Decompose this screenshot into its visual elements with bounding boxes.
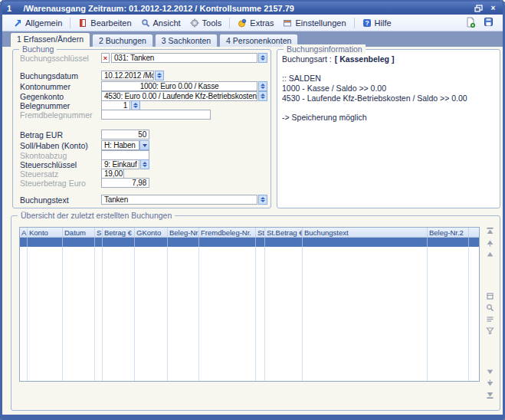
- column-header[interactable]: Datum: [63, 228, 95, 237]
- menu-separator: [70, 18, 71, 28]
- column-header-filler: [469, 228, 479, 237]
- column-header[interactable]: S: [95, 228, 103, 237]
- page-up-icon[interactable]: [486, 238, 494, 247]
- svg-text:?: ?: [365, 19, 369, 27]
- menu-label: Tools: [202, 18, 222, 28]
- menu-extras[interactable]: Extras: [233, 17, 278, 29]
- column-header[interactable]: St.Betrag €: [265, 228, 303, 237]
- field-label: Fremdbelegnummer: [20, 110, 101, 120]
- app-window: 1 /Warenausgang Zeitraum: 01.2012-12.201…: [0, 0, 505, 420]
- row-up-icon[interactable]: [486, 250, 494, 258]
- salden-header: :: SALDEN: [282, 74, 496, 84]
- buchungsinformation-text: Buchungsart : [ Kassenbeleg ] :: SALDEN …: [282, 54, 496, 204]
- title-bar: 1 /Warenausgang Zeitraum: 01.2012-12.201…: [2, 2, 503, 15]
- kontonummer-combobox[interactable]: 1000: Euro 0.00 / Kasse: [101, 81, 257, 91]
- column-header[interactable]: A: [20, 228, 28, 237]
- view-icon: [141, 18, 150, 28]
- uebersicht-groupbox: Übersicht der zuletzt erstellten Buchung…: [11, 215, 500, 411]
- spinner-icon[interactable]: [258, 91, 267, 101]
- field-label: Buchungsschlüssel: [20, 54, 101, 63]
- column-header[interactable]: Beleg-Nr.: [168, 228, 199, 237]
- column-header[interactable]: Buchungstext: [303, 228, 428, 237]
- column-header[interactable]: GKonto: [135, 228, 168, 237]
- tools-icon: [190, 18, 199, 28]
- field-label: Belegnummer: [20, 101, 101, 110]
- grid-body[interactable]: [20, 247, 479, 381]
- status-text: -> Speicherung möglich: [282, 113, 496, 123]
- field-label: Buchungsdatum: [20, 71, 101, 80]
- menu-ansicht[interactable]: Ansicht: [136, 17, 185, 29]
- spinner-icon[interactable]: [258, 81, 267, 91]
- tab-sachkonten[interactable]: 3 Sachkonten: [155, 34, 218, 47]
- soll-haben-combobox[interactable]: H: Haben: [101, 140, 139, 150]
- field-label: Steuerbetrag Euro: [20, 179, 101, 188]
- buchungsart-label: Buchungsart :: [282, 54, 332, 64]
- index-icon[interactable]: [486, 315, 494, 323]
- column-header[interactable]: Konto: [28, 228, 63, 237]
- clear-field-icon[interactable]: ×: [101, 53, 110, 63]
- nav-arrow-icon: [13, 18, 22, 28]
- buchung-groupbox: Buchung Buchungsschlüssel × 031: Tanken …: [12, 49, 271, 208]
- selected-row[interactable]: [20, 238, 479, 247]
- filter-icon[interactable]: [486, 326, 494, 335]
- menu-label: Bearbeiten: [90, 18, 131, 28]
- buchungsschluessel-combobox[interactable]: 031: Tanken: [111, 53, 257, 63]
- groupbox-legend: Übersicht der zuletzt erstellten Buchung…: [18, 211, 175, 220]
- menu-allgemein[interactable]: Allgemein: [8, 17, 67, 29]
- spinner-icon[interactable]: [258, 195, 267, 205]
- menu-label: Allgemein: [25, 18, 62, 28]
- first-row-icon[interactable]: [486, 227, 494, 235]
- column-header[interactable]: St: [256, 228, 265, 237]
- last-row-icon[interactable]: [486, 391, 494, 399]
- restore-icon[interactable]: [474, 4, 484, 13]
- groupbox-legend: Buchungsinformation: [284, 44, 366, 54]
- menu-einstellungen[interactable]: Einstellungen: [278, 17, 350, 29]
- buchungsdatum-field[interactable]: 10.12.2012 /Mo: [101, 71, 154, 80]
- betrag-eur-field[interactable]: 50: [101, 130, 149, 139]
- field-label: Kontonummer: [20, 82, 101, 91]
- row-down-icon[interactable]: [486, 368, 494, 376]
- menu-bearbeiten[interactable]: Bearbeiten: [74, 17, 136, 29]
- field-label: Soll/Haben (Konto): [20, 141, 101, 150]
- saldo-line: 1000 - Kasse / Saldo >> 0.00: [282, 84, 496, 94]
- column-header[interactable]: Betrag €: [103, 228, 135, 237]
- field-label: Buchungstext: [20, 195, 101, 205]
- menu-tools[interactable]: Tools: [185, 17, 227, 29]
- page-down-icon[interactable]: [486, 379, 494, 388]
- tab-band: 1 Erfassen/Ändern 2 Buchungen 3 Sachkont…: [2, 31, 503, 47]
- spinner-icon[interactable]: [258, 53, 267, 63]
- buchungen-grid: A Konto Datum S Betrag € GKonto Beleg-Nr…: [19, 227, 480, 382]
- buchungsart-value: [ Kassenbeleg ]: [335, 54, 395, 64]
- menu-separator: [229, 18, 230, 28]
- window-title: 1 /Warenausgang Zeitraum: 01.2012-12.201…: [7, 4, 294, 13]
- settings-icon: [283, 18, 292, 28]
- search-icon[interactable]: [486, 304, 494, 312]
- edit-icon: [78, 18, 87, 28]
- new-document-icon[interactable]: [465, 17, 476, 29]
- save-icon[interactable]: [484, 17, 494, 28]
- spinner-icon[interactable]: [140, 159, 149, 169]
- column-header[interactable]: Fremdbeleg-Nr.: [199, 228, 256, 237]
- grid-form-icon[interactable]: [486, 292, 494, 300]
- help-icon: ?: [362, 18, 372, 28]
- steuerbetrag-field[interactable]: 7,98: [101, 178, 149, 188]
- dropdown-icon[interactable]: [139, 140, 149, 150]
- menu-separator: [354, 18, 355, 28]
- close-icon[interactable]: ×: [488, 4, 498, 13]
- extras-icon: [238, 18, 247, 28]
- field-label: Betrag EUR: [20, 130, 101, 139]
- tab-buchungen[interactable]: 2 Buchungen: [92, 34, 153, 47]
- menu-hilfe[interactable]: ? Hilfe: [358, 17, 396, 29]
- column-header[interactable]: Beleg-Nr.2: [428, 228, 469, 237]
- saldo-line: 4530 - Laufende Kfz-Betriebskosten / Sal…: [282, 94, 496, 103]
- fremdbelegnummer-field[interactable]: [101, 110, 211, 120]
- menu-label: Extras: [250, 18, 274, 28]
- menu-label: Ansicht: [153, 18, 181, 28]
- field-label: Steuerschlüssel: [20, 160, 101, 169]
- menu-label: Hilfe: [375, 18, 392, 28]
- grid-header-row: A Konto Datum S Betrag € GKonto Beleg-Nr…: [20, 228, 479, 238]
- grid-nav-strip: [484, 227, 496, 399]
- menu-label: Einstellungen: [295, 18, 346, 28]
- spinner-icon[interactable]: [155, 71, 164, 80]
- buchungstext-combobox[interactable]: Tanken: [101, 195, 257, 205]
